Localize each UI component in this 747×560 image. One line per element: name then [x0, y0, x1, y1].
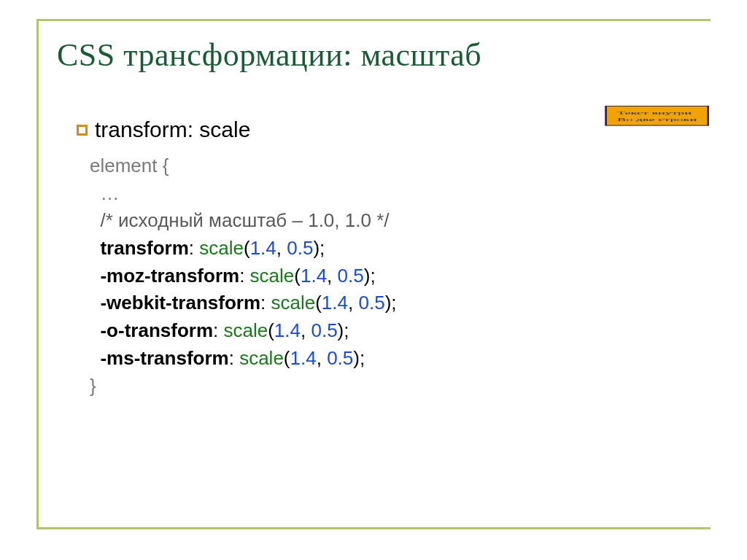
code-prop-line: transform: scale(1.4, 0.5); [90, 235, 711, 262]
code-ellipsis: … [100, 182, 119, 204]
code-prop-line: -webkit-transform: scale(1.4, 0.5); [90, 289, 711, 317]
sample-line-1: Текст внутри [617, 109, 697, 116]
slide: CSS трансформации: масштаб Текст внутри … [0, 0, 747, 560]
code-block: element { … /* исходный масштаб – 1.0, 1… [90, 152, 711, 400]
bullet-text: transform: scale [95, 117, 250, 142]
slide-title: CSS трансформации: масштаб [57, 36, 711, 74]
code-prop-line: -ms-transform: scale(1.4, 0.5); [90, 345, 711, 373]
code-selector: element { [90, 155, 169, 176]
frame-left [36, 19, 39, 529]
bullet-row: transform: scale [77, 117, 711, 142]
code-prop-line: -o-transform: scale(1.4, 0.5); [90, 317, 711, 345]
frame-top [36, 19, 711, 21]
code-prop-line: -moz-transform: scale(1.4, 0.5); [90, 262, 711, 290]
content: transform: scale element { … /* исходный… [77, 117, 711, 400]
code-close: } [90, 375, 96, 397]
code-comment: /* исходный масштаб – 1.0, 1.0 */ [100, 209, 389, 231]
frame-bottom [36, 527, 711, 529]
square-bullet-icon [77, 125, 88, 136]
